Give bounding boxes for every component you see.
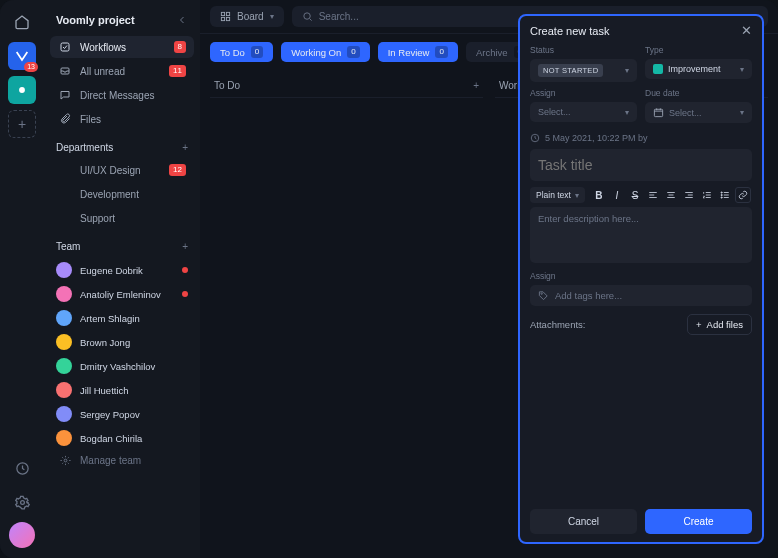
assign-select[interactable]: Select... ▾ [530,102,637,122]
add-team-icon[interactable]: + [182,241,188,252]
description-placeholder: Enter description here... [538,213,639,224]
member-name: Sergey Popov [80,409,140,420]
user-avatar[interactable] [9,522,35,548]
svg-point-2 [20,500,24,504]
type-value: Improvement [668,64,721,74]
team-member[interactable]: Artem Shlagin [50,306,194,330]
status-select[interactable]: NOT STARTED ▾ [530,59,637,82]
svg-rect-8 [221,17,224,20]
home-icon[interactable] [8,8,36,36]
filter-count: 0 [435,46,447,58]
avatar [56,262,72,278]
align-right-button[interactable] [681,187,697,203]
link-button[interactable] [735,187,751,203]
list-bullet-button[interactable] [717,187,733,203]
align-center-button[interactable] [663,187,679,203]
department-label: UI/UX Design [80,165,141,176]
team-member[interactable]: Brown Jong [50,330,194,354]
add-files-button[interactable]: + Add files [687,314,752,335]
type-select[interactable]: Improvement ▾ [645,59,752,79]
team-member[interactable]: Eugene Dobrik [50,258,194,282]
description-input[interactable]: Enter description here... [530,207,752,263]
workspace-voomly-icon[interactable]: 13 [8,42,36,70]
align-left-button[interactable] [645,187,661,203]
italic-button[interactable]: I [609,187,625,203]
filter-pill[interactable]: To Do0 [210,42,273,62]
filter-pill[interactable]: Working On0 [281,42,369,62]
chevron-down-icon: ▾ [740,108,744,117]
attachments-label: Attachments: [530,319,585,330]
check-square-icon [58,41,72,53]
chevron-down-icon: ▾ [740,65,744,74]
manage-team-label: Manage team [80,455,141,466]
created-timestamp: 5 May 2021, 10:22 PM by [545,133,648,143]
format-select[interactable]: Plain text▾ [530,187,585,203]
filter-pill[interactable]: In Review0 [378,42,458,62]
sidebar-item-department[interactable]: Development [50,183,194,205]
workspace-2-icon[interactable] [8,76,36,104]
bold-button[interactable]: B [591,187,607,203]
add-files-label: Add files [707,319,743,330]
strike-button[interactable]: S [627,187,643,203]
tag-icon [538,290,549,301]
cancel-button[interactable]: Cancel [530,509,637,534]
list-ordered-button[interactable] [699,187,715,203]
team-member[interactable]: Bogdan Chirila [50,426,194,450]
member-name: Eugene Dobrik [80,265,143,276]
avatar [56,430,72,446]
team-member[interactable]: Dmitry Vashchilov [50,354,194,378]
department-badge: 12 [169,164,186,176]
avatar [56,310,72,326]
filter-label: To Do [220,47,245,58]
manage-team-link[interactable]: Manage team [50,450,194,471]
notification-dot [182,267,188,273]
grid-icon [58,212,72,224]
plus-icon: + [696,319,702,330]
sidebar-item-files[interactable]: Files [50,108,194,130]
sidebar-item-unread[interactable]: All unread 11 [50,60,194,82]
project-title: Voomly project [56,14,135,26]
add-card-button[interactable]: + [473,80,479,91]
filter-label: In Review [388,47,430,58]
close-icon[interactable]: ✕ [741,24,752,37]
avatar [56,286,72,302]
sidebar-badge: 11 [169,65,186,77]
sidebar-item-workflows[interactable]: Workflows 8 [50,36,194,58]
due-date-select[interactable]: Select... ▾ [645,102,752,123]
member-name: Bogdan Chirila [80,433,142,444]
clock-icon[interactable] [8,454,36,482]
paperclip-icon [58,113,72,125]
svg-point-16 [541,293,542,294]
sidebar-item-dms[interactable]: Direct Messages [50,84,194,106]
svg-rect-11 [654,109,662,116]
sidebar-item-department[interactable]: UI/UX Design12 [50,159,194,181]
svg-point-14 [721,194,722,195]
sidebar-label: Direct Messages [80,90,154,101]
add-department-icon[interactable]: + [182,142,188,153]
filter-count: 0 [347,46,359,58]
task-title-input[interactable] [530,149,752,181]
team-member[interactable]: Sergey Popov [50,402,194,426]
svg-rect-7 [226,12,229,15]
member-name: Anatoliy Emleninov [80,289,161,300]
add-workspace-button[interactable]: + [8,110,36,138]
sidebar-item-department[interactable]: Support [50,207,194,229]
collapse-sidebar-icon[interactable] [176,14,188,26]
board-selector[interactable]: Board ▾ [210,6,284,27]
type-label: Type [645,45,752,55]
board-column: To Do+ [210,74,483,554]
team-member[interactable]: Anatoliy Emleninov [50,282,194,306]
team-member[interactable]: Jill Huettich [50,378,194,402]
column-title: To Do [214,80,240,91]
tags-input[interactable]: Add tags here... [530,285,752,306]
assign-value: Select... [538,107,571,117]
due-value: Select... [669,108,702,118]
svg-point-13 [721,192,722,193]
chevron-down-icon: ▾ [625,66,629,75]
app-rail: 13 + [0,0,44,558]
search-placeholder: Search... [319,11,359,22]
gear-icon[interactable] [8,488,36,516]
chevron-down-icon: ▾ [625,108,629,117]
create-button[interactable]: Create [645,509,752,534]
sidebar: Voomly project Workflows 8 All unread 11… [44,0,200,558]
